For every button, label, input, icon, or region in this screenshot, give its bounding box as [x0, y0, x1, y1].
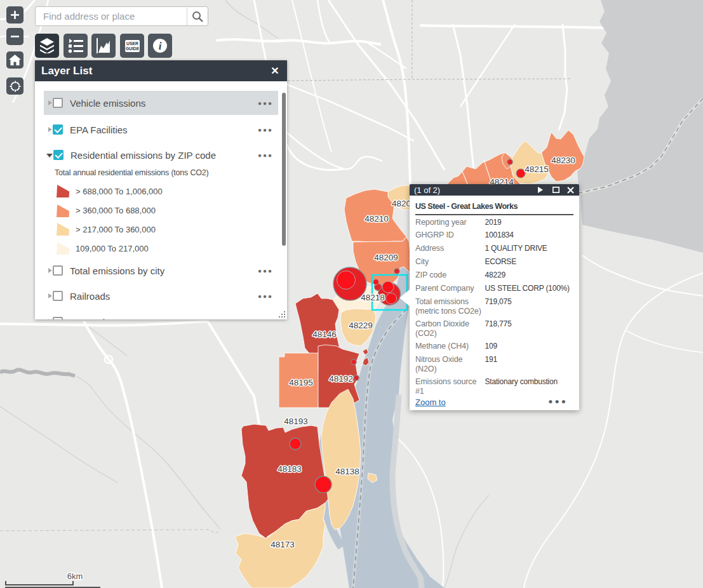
svg-text:48173: 48173: [271, 540, 295, 549]
svg-text:48195: 48195: [289, 378, 313, 387]
svg-text:48210: 48210: [365, 214, 389, 224]
svg-text:48183: 48183: [278, 464, 302, 474]
svg-text:48209: 48209: [374, 253, 398, 262]
svg-text:48193: 48193: [284, 417, 308, 426]
svg-text:48192: 48192: [329, 374, 353, 384]
svg-text:4820: 4820: [392, 199, 411, 208]
svg-text:48146: 48146: [312, 330, 337, 339]
svg-text:48215: 48215: [525, 164, 549, 174]
svg-text:USER: USER: [126, 41, 138, 46]
svg-text:48229: 48229: [349, 321, 373, 330]
svg-text:6km: 6km: [67, 571, 83, 581]
svg-text:48218: 48218: [361, 293, 385, 302]
svg-text:i: i: [159, 40, 162, 52]
svg-text:GUIDE: GUIDE: [125, 46, 139, 51]
svg-text:48230: 48230: [551, 156, 575, 165]
svg-text:48138: 48138: [335, 467, 359, 476]
